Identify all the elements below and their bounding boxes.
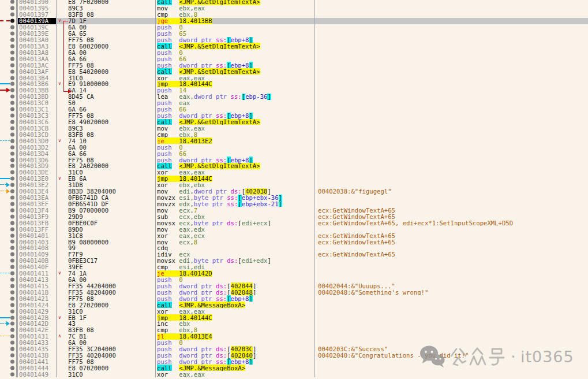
breakpoint-dot[interactable] bbox=[10, 246, 14, 250]
breakpoint-gutter-cell[interactable] bbox=[0, 113, 18, 119]
bytes-cell[interactable]: 31C8 bbox=[57, 232, 156, 239]
bytes-cell[interactable]: 0FBE0C0F bbox=[57, 220, 156, 226]
instruction-cell[interactable]: mov ecx,7 bbox=[156, 207, 315, 213]
comment-cell[interactable]: 00402038:&"figugegl" bbox=[315, 188, 588, 195]
breakpoint-gutter-cell[interactable] bbox=[0, 371, 18, 377]
breakpoint-gutter-cell[interactable] bbox=[0, 12, 18, 18]
address-cell[interactable]: 004013C0 bbox=[18, 100, 57, 106]
disassembly-rows[interactable]: 00401390E8 7F020000call <JMP.&GetDlgItem… bbox=[0, 0, 588, 377]
breakpoint-dot[interactable] bbox=[10, 296, 14, 300]
breakpoint-gutter-cell[interactable] bbox=[0, 188, 18, 195]
disasm-row[interactable]: 0040144931C0xor eax,eax bbox=[0, 371, 588, 377]
address-cell[interactable]: 004013D6 bbox=[18, 157, 57, 163]
disasm-row[interactable]: 004013D6FF75 08push dword ptr ss:[ebp+8] bbox=[0, 157, 588, 163]
breakpoint-gutter-cell[interactable] bbox=[0, 340, 18, 346]
comment-cell[interactable] bbox=[315, 18, 588, 24]
comment-cell[interactable] bbox=[315, 87, 588, 94]
breakpoint-dot[interactable] bbox=[10, 328, 14, 332]
bytes-cell[interactable]: 89C3 bbox=[57, 5, 156, 12]
breakpoint-gutter-cell[interactable] bbox=[0, 68, 18, 75]
comment-cell[interactable] bbox=[315, 113, 588, 119]
address-cell[interactable]: 00401424 bbox=[18, 302, 57, 308]
instruction-cell[interactable]: xor eax,eax bbox=[156, 169, 315, 176]
disasm-row[interactable]: 004013B431C0xor eax,eax bbox=[0, 75, 588, 81]
breakpoint-gutter-cell[interactable] bbox=[0, 0, 18, 5]
bytes-cell[interactable]: ∨74 10 bbox=[57, 138, 156, 144]
instruction-cell[interactable]: push 0 bbox=[156, 144, 315, 150]
breakpoint-dot[interactable] bbox=[10, 315, 14, 319]
bytes-cell[interactable]: 0FB6741D CA bbox=[57, 195, 156, 201]
instruction-cell[interactable]: push 0 bbox=[156, 340, 315, 346]
address-cell[interactable]: 004013D4 bbox=[18, 150, 57, 157]
breakpoint-dot[interactable] bbox=[10, 183, 14, 187]
breakpoint-gutter-cell[interactable] bbox=[0, 321, 18, 327]
comment-cell[interactable] bbox=[315, 182, 588, 188]
disasm-row[interactable]: 004013BD8D45 CAlea eax,dword ptr ss:[ebp… bbox=[0, 94, 588, 100]
disasm-row[interactable]: 004013D0∨74 10je 18.4013E2 bbox=[0, 138, 588, 144]
comment-cell[interactable]: 00402044:&"Uuuups..." bbox=[315, 283, 588, 289]
bytes-cell[interactable]: 50 bbox=[57, 100, 156, 106]
disasm-row[interactable]: 0040139C6A 00push 0 bbox=[0, 24, 588, 31]
instruction-cell[interactable]: movsx ecx,byte ptr ds:[edi+ecx] bbox=[156, 220, 315, 226]
breakpoint-dot[interactable] bbox=[10, 196, 14, 200]
disasm-row[interactable]: 004013E0∨EB 6Ajmp 18.40144C bbox=[0, 176, 588, 182]
bytes-cell[interactable]: 83FB 08 bbox=[57, 131, 156, 138]
breakpoint-dot[interactable] bbox=[10, 63, 14, 67]
bytes-cell[interactable]: FF75 08 bbox=[57, 157, 156, 163]
breakpoint-dot[interactable] bbox=[10, 88, 14, 92]
bytes-cell[interactable]: B9 08000000 bbox=[57, 239, 156, 245]
disasm-row[interactable]: 0040140131C8xor eax,ecxecx:GetWindowText… bbox=[0, 232, 588, 239]
instruction-cell[interactable]: call <JMP.&MessageBoxA> bbox=[156, 302, 315, 308]
breakpoint-dot[interactable] bbox=[10, 82, 14, 86]
breakpoint-gutter-cell[interactable] bbox=[0, 144, 18, 150]
comment-cell[interactable] bbox=[315, 100, 588, 106]
address-cell[interactable]: 004013FF bbox=[18, 226, 57, 232]
comment-cell[interactable]: ecx:GetWindowTextA+65 bbox=[315, 213, 588, 220]
breakpoint-dot[interactable] bbox=[10, 341, 14, 345]
bytes-cell[interactable]: E8 60020000 bbox=[57, 43, 156, 49]
bytes-cell[interactable]: 31C0 bbox=[57, 169, 156, 176]
disasm-row[interactable]: 004013A86A 00push 0 bbox=[0, 49, 588, 55]
breakpoint-dot[interactable] bbox=[10, 233, 14, 237]
breakpoint-dot[interactable] bbox=[10, 114, 14, 118]
disassembly-view[interactable]: 00401390E8 7F020000call <JMP.&GetDlgItem… bbox=[0, 0, 588, 379]
address-cell[interactable]: 00401449 bbox=[18, 371, 57, 377]
bytes-cell[interactable]: ∨EB 1F bbox=[57, 314, 156, 321]
instruction-cell[interactable]: mov eax,edx bbox=[156, 226, 315, 232]
disasm-row[interactable]: 004013F929D9sub ecx,ebxecx:GetWindowText… bbox=[0, 213, 588, 220]
address-cell[interactable]: 00401409 bbox=[18, 251, 57, 258]
address-cell[interactable]: 004013A3 bbox=[18, 43, 57, 49]
instruction-cell[interactable]: push dword ptr ss:[ebp+8] bbox=[156, 113, 315, 119]
bytes-cell[interactable]: FF75 08 bbox=[57, 62, 156, 68]
breakpoint-dot[interactable] bbox=[10, 139, 14, 143]
bytes-cell[interactable]: ∨EB 6A bbox=[57, 176, 156, 182]
breakpoint-gutter-cell[interactable] bbox=[0, 314, 18, 321]
bytes-cell[interactable]: 99 bbox=[57, 245, 156, 251]
comment-cell[interactable] bbox=[315, 31, 588, 37]
disasm-row[interactable]: 004013D26A 00push 0 bbox=[0, 144, 588, 150]
breakpoint-gutter-cell[interactable] bbox=[0, 226, 18, 232]
breakpoint-dot[interactable] bbox=[10, 322, 14, 326]
comment-cell[interactable] bbox=[315, 0, 588, 5]
breakpoint-dot[interactable] bbox=[10, 335, 14, 339]
instruction-cell[interactable]: movsx edi,byte ptr ds:[edi+edx] bbox=[156, 258, 315, 264]
instruction-cell[interactable]: movzx edx,byte ptr ss:[ebp+ebx-21] bbox=[156, 201, 315, 207]
instruction-cell[interactable]: push dword ptr ds:[402048] bbox=[156, 289, 315, 295]
address-cell[interactable]: 004013B4 bbox=[18, 75, 57, 81]
bytes-cell[interactable]: FF75 08 bbox=[57, 359, 156, 365]
comment-cell[interactable] bbox=[315, 163, 588, 169]
comment-cell[interactable]: ecx:GetWindowTextA+65 bbox=[315, 251, 588, 258]
breakpoint-gutter-cell[interactable] bbox=[0, 31, 18, 37]
disasm-row[interactable]: 0040140899cdq bbox=[0, 245, 588, 251]
breakpoint-dot[interactable] bbox=[10, 221, 14, 225]
disasm-row[interactable]: 004013F4B9 07000000mov ecx,7ecx:GetWindo… bbox=[0, 207, 588, 213]
address-cell[interactable]: 0040143B bbox=[18, 352, 57, 359]
address-cell[interactable]: 00401395 bbox=[18, 5, 57, 12]
breakpoint-gutter-cell[interactable] bbox=[0, 270, 18, 277]
bytes-cell[interactable]: 39FE bbox=[57, 264, 156, 270]
disasm-row[interactable]: 004013B6∨E9 91000000jmp 18.40144C bbox=[0, 81, 588, 87]
breakpoint-gutter-cell[interactable] bbox=[0, 94, 18, 100]
bytes-cell[interactable]: FF35 44204000 bbox=[57, 283, 156, 289]
bytes-cell[interactable]: 6A 65 bbox=[57, 31, 156, 37]
bytes-cell[interactable]: FF35 3C204000 bbox=[57, 346, 156, 352]
